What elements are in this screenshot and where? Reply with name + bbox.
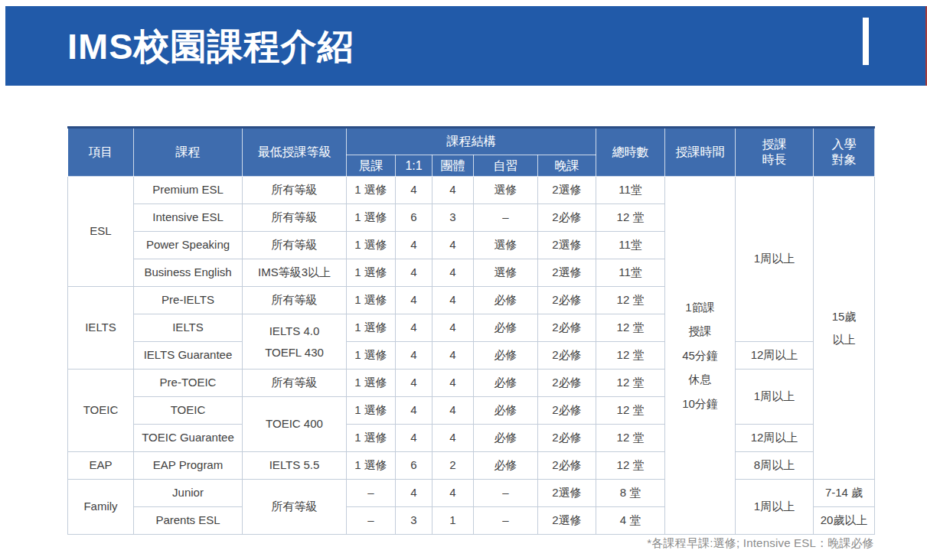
table-cell: Business English: [134, 259, 243, 287]
table-cell: Power Speaking: [134, 232, 243, 259]
title-band: IMS校園課程介紹: [5, 6, 927, 86]
table-cell: 1 選修: [347, 370, 396, 397]
table-cell: IELTS: [68, 287, 134, 370]
table-cell: 2必修: [538, 425, 596, 452]
table-cell: 選修: [474, 232, 538, 259]
table-cell: 4: [432, 177, 474, 204]
col-header-min-level: 最低授課等級: [243, 128, 347, 177]
course-table-body: ESLPremium ESL所有等級1 選修44選修2選修11堂1節課授課45分…: [68, 177, 875, 535]
table-cell: –: [474, 480, 538, 507]
table-cell: TOEIC 400: [243, 397, 347, 452]
table-cell: –: [347, 507, 396, 535]
table-cell: 選修: [474, 259, 538, 287]
table-cell: 12 堂: [596, 397, 665, 425]
table-cell: 必修: [474, 425, 538, 452]
table-cell: 1 選修: [347, 259, 396, 287]
table-cell: 6: [396, 452, 432, 480]
table-cell: IELTS Guarantee: [134, 342, 243, 370]
table-cell: 必修: [474, 397, 538, 425]
table-cell: 2選修: [538, 177, 596, 204]
table-cell: 1周以上: [736, 177, 814, 342]
header-row-1: 項目 課程 最低授課等級 課程結構 總時數 授課時間 授課時長 入學對象: [68, 128, 875, 155]
accent-bar: [863, 18, 869, 65]
table-cell: Pre-IELTS: [134, 287, 243, 314]
table-cell: 1 選修: [347, 204, 396, 232]
table-cell: 1 選修: [347, 177, 396, 204]
table-cell: 所有等級: [243, 204, 347, 232]
table-cell: 必修: [474, 370, 538, 397]
table-cell: 4: [432, 314, 474, 342]
table-row: TOEICPre-TOEIC所有等級1 選修44必修2必修12 堂1周以上: [68, 370, 875, 397]
table-cell: 4: [396, 425, 432, 452]
footnote: *各課程早課:選修; Intensive ESL：晚課必修: [647, 536, 874, 551]
table-cell: 3: [432, 204, 474, 232]
page-title: IMS校園課程介紹: [67, 28, 354, 64]
table-cell: 8 堂: [596, 480, 665, 507]
table-cell: 2必修: [538, 204, 596, 232]
table-cell: –: [474, 507, 538, 535]
table-cell: 7-14 歲: [814, 480, 875, 507]
table-cell: 1節課授課45分鐘休息10分鐘: [665, 177, 736, 535]
col-header-item: 項目: [68, 128, 134, 177]
table-cell: 6: [396, 204, 432, 232]
table-cell: 4: [396, 232, 432, 259]
col-header-self-study: 自習: [474, 155, 538, 177]
col-header-one-on-one: 1:1: [396, 155, 432, 177]
table-cell: EAP: [68, 452, 134, 480]
table-cell: 12 堂: [596, 452, 665, 480]
table-cell: Parents ESL: [134, 507, 243, 535]
table-cell: 1 選修: [347, 425, 396, 452]
table-cell: IELTS: [134, 314, 243, 342]
table-cell: 12 堂: [596, 204, 665, 232]
table-header: 項目 課程 最低授課等級 課程結構 總時數 授課時間 授課時長 入學對象 晨課 …: [68, 128, 875, 177]
table-cell: 3: [396, 507, 432, 535]
table-cell: 4: [396, 287, 432, 314]
table-cell: 1周以上: [736, 370, 814, 425]
table-cell: –: [347, 480, 396, 507]
table-cell: 15歲以上: [814, 177, 875, 480]
table-cell: Premium ESL: [134, 177, 243, 204]
table-cell: 20歲以上: [814, 507, 875, 535]
col-header-class-time: 授課時間: [665, 128, 736, 177]
table-cell: 4: [396, 177, 432, 204]
table-cell: IELTS 4.0TOEFL 430: [243, 314, 347, 370]
col-header-structure-group: 課程結構: [347, 128, 596, 155]
table-cell: 2必修: [538, 314, 596, 342]
table-row: ESLPremium ESL所有等級1 選修44選修2選修11堂1節課授課45分…: [68, 177, 875, 204]
table-cell: 1周以上: [736, 480, 814, 535]
table-cell: TOEIC Guarantee: [134, 425, 243, 452]
table-cell: ESL: [68, 177, 134, 287]
table-cell: 4: [432, 287, 474, 314]
table-cell: 4: [432, 259, 474, 287]
table-cell: Pre-TOEIC: [134, 370, 243, 397]
table-cell: 2必修: [538, 370, 596, 397]
table-cell: 4: [396, 397, 432, 425]
table-cell: 所有等級: [243, 480, 347, 535]
course-table-wrap: 項目 課程 最低授課等級 課程結構 總時數 授課時間 授課時長 入學對象 晨課 …: [67, 126, 875, 535]
table-cell: 8周以上: [736, 452, 814, 480]
table-cell: 4: [396, 370, 432, 397]
table-cell: 4: [396, 480, 432, 507]
table-cell: 2選修: [538, 507, 596, 535]
table-cell: 2必修: [538, 287, 596, 314]
col-header-morning: 晨課: [347, 155, 396, 177]
table-cell: 所有等級: [243, 370, 347, 397]
table-cell: IELTS 5.5: [243, 452, 347, 480]
table-row: FamilyJunior所有等級–44–2選修8 堂1周以上7-14 歲: [68, 480, 875, 507]
table-cell: Junior: [134, 480, 243, 507]
table-cell: 1 選修: [347, 342, 396, 370]
col-header-target: 入學對象: [814, 128, 875, 177]
table-cell: TOEIC: [134, 397, 243, 425]
table-cell: 所有等級: [243, 232, 347, 259]
table-row: EAPEAP ProgramIELTS 5.51 選修62必修2必修12 堂8周…: [68, 452, 875, 480]
table-cell: 選修: [474, 177, 538, 204]
table-cell: Family: [68, 480, 134, 535]
table-cell: IMS等級3以上: [243, 259, 347, 287]
table-cell: 2選修: [538, 259, 596, 287]
table-cell: 4: [432, 397, 474, 425]
table-cell: 2必修: [538, 452, 596, 480]
table-cell: 12周以上: [736, 425, 814, 452]
table-cell: 1 選修: [347, 232, 396, 259]
table-cell: –: [474, 204, 538, 232]
table-cell: 所有等級: [243, 177, 347, 204]
